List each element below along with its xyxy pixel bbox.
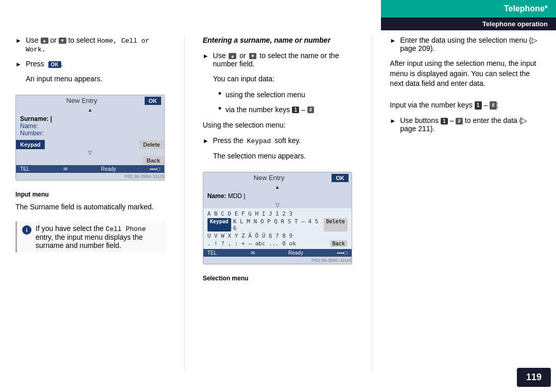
screen2-title: New Entry [206, 174, 332, 182]
screen-down-arrow: ▽ [16, 149, 164, 156]
screen2-title-bar: New Entry OK [203, 172, 352, 184]
down-key-2: ▼ [249, 53, 257, 59]
selection-menu-screen: New Entry OK ▲ Name: MDD | ▽ A B C D E F… [203, 172, 352, 264]
char-row-2: Keypad K L M N O P Q R S T – 4 5 6 Delet… [206, 218, 349, 232]
back-row: Back [16, 156, 164, 165]
column-divider-2 [371, 36, 372, 371]
page-category: Telephone* [381, 0, 556, 17]
press-keypad-text: Press the Keypad soft key. [213, 136, 301, 145]
key-1-col3-b: 1 [441, 118, 448, 124]
caption-selection-menu: Selection menu [203, 275, 354, 282]
column-3: ► Enter the data using the selection men… [390, 36, 541, 371]
tel-label-2: TEL [207, 250, 217, 256]
after-input-desc: After input using the selection menu, th… [390, 59, 541, 89]
tel-label: TEL [20, 166, 29, 172]
arrow-icon-2: ► [15, 61, 22, 68]
screen-title: New Entry [19, 97, 145, 104]
envelope-icon: ✉ [63, 166, 67, 172]
name-field: Name: [20, 122, 160, 130]
screen-up-arrow: ▲ [16, 106, 164, 113]
number-field: Number: [20, 130, 160, 137]
name-label-2: Name: [207, 192, 227, 200]
arrow-icon-4: ► [203, 137, 209, 145]
part-number-2: P82.86-3995-31US [203, 257, 352, 264]
key-hash: # [307, 106, 315, 113]
ready-label: Ready [101, 166, 116, 172]
delete-inline-btn: Delete [324, 218, 348, 231]
arrow-icon-6: ► [390, 117, 396, 133]
screen-ok-btn: OK [145, 97, 162, 105]
bullet-use-buttons: ► Use buttons 1 – # to enter the data (▷… [390, 116, 541, 133]
bullet-press-ok: ► Press OK. [15, 60, 166, 68]
part-number-1: P82.86-3994-31US [16, 173, 164, 180]
option2-text: via the number keys 1 – # [225, 105, 314, 114]
key-1-col3: 1 [475, 101, 482, 110]
you-can-input: You can input data: [213, 74, 354, 84]
dot-icon-2: • [218, 103, 221, 114]
press-ok-text: Press OK. [26, 60, 63, 68]
char-grid: A B C D E F G H I J 1 2 3 Keypad K L M N… [203, 208, 352, 249]
arrow-icon: ► [15, 37, 22, 54]
back-btn: Back [143, 156, 164, 165]
ready-label-2: Ready [288, 250, 303, 256]
input-menu-screen: New Entry OK ▲ Surname: | Name: Number: … [15, 95, 165, 181]
main-content: ► Use ▲ or ▼ to select Home, Cell or Wor… [15, 36, 541, 371]
key-1: 1 [292, 106, 299, 113]
column-1: ► Use ▲ or ▼ to select Home, Cell or Wor… [15, 36, 166, 371]
enter-data-text: Enter the data using the selection menu … [400, 36, 541, 52]
char-row-4: . ! ? , : + – abc ... 0 ok Back [206, 240, 349, 247]
keypad-btn: Keypad [16, 140, 45, 149]
char-row-1: A B C D E F G H I J 1 2 3 [206, 210, 349, 218]
option-selection-menu: • using the selection menu [213, 91, 354, 99]
name-value-2: MDD | [228, 192, 246, 200]
option-number-keys: • via the number keys 1 – # [213, 105, 354, 114]
bullet-enter-data: ► Enter the data using the selection men… [390, 36, 541, 52]
screen2-ok-btn: OK [332, 174, 349, 182]
bullet-use-select: ► Use ▲ or ▼ to select Home, Cell or Wor… [15, 36, 166, 54]
dot-icon: • [218, 88, 221, 99]
info-text: If you have select the Cell Phone entry,… [36, 224, 161, 250]
up-key-2: ▲ [229, 53, 236, 59]
screen2-down-arrow: ▽ [203, 202, 352, 208]
surname-field: Surname: | [20, 115, 160, 122]
info-box: i If you have select the Cell Phone entr… [15, 221, 166, 253]
section-heading: Entering a surname, name or number [203, 36, 354, 44]
arrow-icon-3: ► [203, 52, 209, 68]
page-section: Telephone operation [381, 17, 556, 30]
envelope-icon-2: ✉ [251, 250, 255, 256]
signal-icon-2: ▪▪▪▪□ [337, 250, 347, 256]
key-hash-col3-b: # [456, 118, 463, 124]
screen2-name-field: Name: MDD | [203, 190, 352, 202]
screen-bottom-bar: Keypad Delete [16, 140, 164, 149]
delete-btn: Delete [139, 140, 164, 149]
down-key: ▼ [59, 38, 66, 44]
bullet-text: Use ▲ or ▼ to select Home, Cell or Work. [26, 36, 166, 54]
screen2-up-arrow: ▲ [203, 184, 352, 190]
up-key: ▲ [41, 38, 48, 44]
desc-surname: The Surname field is automatically marke… [15, 202, 166, 212]
screen2-status-bar: TEL ✉ Ready ▪▪▪▪□ [203, 249, 352, 257]
screen-fields: Surname: | Name: Number: [16, 113, 164, 139]
keypad-mono: Keypad [247, 137, 271, 145]
ok-button-inline: OK [48, 61, 61, 68]
input-menu-appears: An input menu appears. [26, 74, 166, 84]
char-row-3: U V W X Y Z Ä Ö Ü ß 7 8 9 [206, 232, 349, 240]
column-divider-1 [184, 36, 185, 371]
selection-menu-appears: The selection menu appears. [213, 151, 354, 162]
use-select-text: Use ▲ or ▼ to select the name or the num… [213, 51, 354, 68]
input-via-keys: Input via the number keys 1 – #: [390, 100, 541, 111]
key-hash-col3: # [490, 101, 497, 110]
header: Telephone* Telephone operation [381, 0, 556, 30]
bullet-use-select-2: ► Use ▲ or ▼ to select the name or the n… [203, 51, 354, 68]
arrow-icon-5: ► [390, 37, 396, 52]
info-icon: i [22, 225, 31, 235]
bullet-press-keypad: ► Press the Keypad soft key. [203, 136, 354, 145]
use-buttons-text: Use buttons 1 – # to enter the data (▷ p… [400, 116, 541, 133]
keypad-inline-btn: Keypad [207, 218, 231, 231]
column-2: Entering a surname, name or number ► Use… [203, 36, 354, 371]
back-inline-btn: Back [330, 240, 348, 247]
status-bar: TEL ✉ Ready ▪▪▪▪□ [16, 165, 164, 173]
screen-title-bar: New Entry OK [16, 95, 164, 106]
option1-text: using the selection menu [225, 91, 305, 99]
using-selection-menu: Using the selection menu: [203, 120, 354, 131]
